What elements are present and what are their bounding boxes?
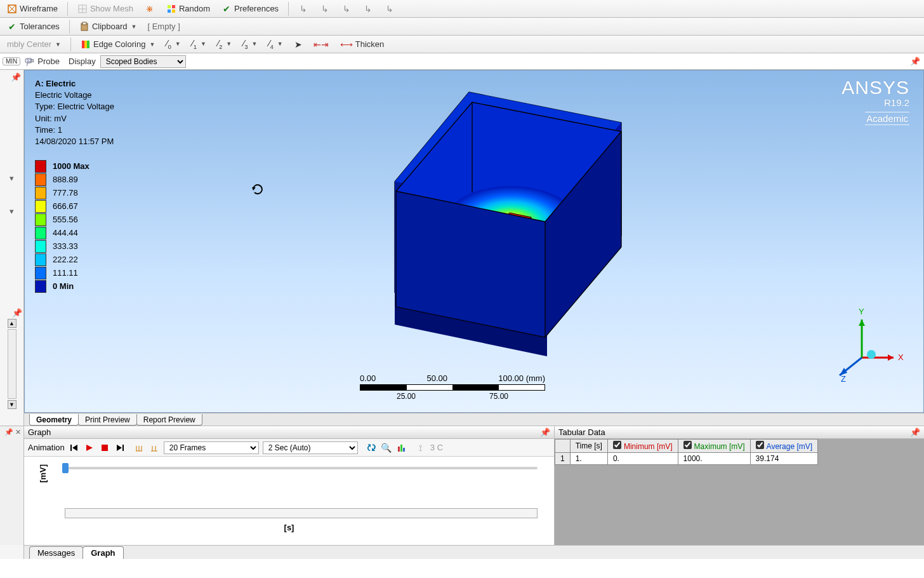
- palette-button[interactable]: ⛯: [140, 2, 159, 16]
- anim-zoom-icon[interactable]: 🔍: [381, 442, 392, 454]
- col-max[interactable]: Maximum [mV]: [678, 440, 750, 453]
- tab-graph[interactable]: Graph: [82, 546, 123, 559]
- preferences-icon: ✔: [221, 4, 232, 14]
- pin-icon[interactable]: 📌: [0, 70, 23, 82]
- clipboard-button[interactable]: Clipboard ▼: [75, 20, 142, 34]
- thicken-button[interactable]: ⟷ Thicken: [336, 37, 389, 51]
- legend-label: 1000 Max: [53, 161, 89, 171]
- graph-hscroll[interactable]: [65, 508, 538, 518]
- axis-icon: ↳: [298, 4, 308, 14]
- tabular-body[interactable]: Time [s] Minimum [mV] Maximum [mV] Avera…: [555, 439, 924, 545]
- pin-icon[interactable]: 📌: [910, 427, 920, 437]
- viewport-3d[interactable]: A: Electric Electric Voltage Type: Elect…: [24, 70, 924, 413]
- scroll-track[interactable]: [8, 329, 16, 399]
- svg-rect-65: [400, 445, 402, 452]
- svg-rect-66: [403, 448, 405, 452]
- edge-opt-4[interactable]: ∕4▼: [264, 37, 287, 52]
- tab-geometry[interactable]: Geometry: [29, 414, 79, 426]
- cell-avg[interactable]: 39.174: [750, 453, 817, 465]
- probe-icon: 123: [25, 57, 35, 67]
- tab-print-preview[interactable]: Print Preview: [78, 414, 137, 426]
- left-rail-scroll[interactable]: ▲ ▼: [0, 319, 23, 409]
- anim-cycle-icon[interactable]: 🗘: [366, 442, 377, 454]
- graph-slider-thumb[interactable]: [62, 463, 69, 473]
- svg-text:X: X: [898, 353, 903, 362]
- chevron-down-icon[interactable]: ▾: [0, 171, 23, 185]
- pin-icon[interactable]: 📌: [540, 427, 550, 437]
- preferences-button[interactable]: ✔ Preferences: [217, 2, 283, 16]
- edge-coloring-button[interactable]: Edge Coloring ▼: [76, 37, 159, 51]
- show-mesh-button[interactable]: Show Mesh: [73, 2, 138, 16]
- anim-distribute2-icon[interactable]: [148, 442, 160, 454]
- min-button[interactable]: MIN: [3, 57, 20, 65]
- pin-icon[interactable]: 📌 ✕: [4, 428, 21, 436]
- anim-first-button[interactable]: [69, 442, 80, 454]
- edge-coloring-label: Edge Coloring: [93, 39, 145, 49]
- graph-slider-track[interactable]: [65, 467, 538, 469]
- graph-body[interactable]: [mV] [s]: [24, 457, 554, 545]
- result-time: Time: 1: [35, 124, 114, 136]
- scroll-down[interactable]: ▼: [8, 400, 16, 409]
- random-button[interactable]: Random: [162, 2, 214, 16]
- viewport-info: A: Electric Electric Voltage Type: Elect…: [35, 78, 114, 147]
- col-min-check[interactable]: [613, 441, 621, 449]
- graph-title: Graph: [28, 427, 51, 437]
- anim-stop-button[interactable]: [99, 442, 110, 454]
- orientation-triad[interactable]: X Y Z: [827, 307, 903, 383]
- chevron-down-icon[interactable]: ▾: [0, 204, 23, 218]
- anim-distribute-icon[interactable]: [133, 442, 145, 454]
- table-row[interactable]: 1 1. 0. 1000. 39.174: [555, 453, 818, 465]
- wireframe-button[interactable]: Wireframe: [3, 2, 62, 16]
- cell-time[interactable]: 1.: [570, 453, 607, 465]
- line-icon: ∕4: [268, 39, 273, 50]
- coord-5[interactable]: ↳: [380, 2, 399, 16]
- display-label-btn: Display: [64, 55, 100, 68]
- coord-2[interactable]: ↳: [315, 2, 334, 16]
- legend-label: 444.44: [53, 228, 78, 238]
- edge-opt-0[interactable]: ∕0▼: [162, 37, 185, 52]
- coord-1[interactable]: ↳: [294, 2, 313, 16]
- edge-opt-1[interactable]: ∕1▼: [188, 37, 211, 52]
- anim-bars-icon[interactable]: [396, 442, 407, 454]
- assembly-center-select[interactable]: mbly Center ▼: [3, 37, 65, 51]
- edge-opt-3[interactable]: ∕3▼: [239, 37, 261, 52]
- svg-rect-14: [87, 41, 89, 48]
- edge-opt-2[interactable]: ∕2▼: [213, 37, 236, 52]
- legend-label: 888.89: [53, 175, 78, 184]
- coord-3[interactable]: ↳: [337, 2, 356, 16]
- pin-button[interactable]: 📌: [910, 57, 920, 66]
- axis-icon: ↳: [320, 4, 330, 14]
- brand-version: R19.2: [842, 97, 909, 108]
- anim-ruler-icon[interactable]: ⟟: [415, 442, 426, 454]
- tabular-pane: Tabular Data 📌 Time [s] Minimum [mV] Max…: [555, 426, 924, 545]
- scroll-up[interactable]: ▲: [8, 319, 16, 328]
- tolerances-button[interactable]: ✔ Tolerances: [3, 20, 64, 34]
- duration-select[interactable]: 2 Sec (Auto): [263, 441, 358, 454]
- display-scope-select[interactable]: Scoped Bodies: [100, 55, 186, 68]
- scale-tick: 100.00 (mm): [498, 373, 545, 383]
- col-time[interactable]: Time [s]: [570, 440, 607, 453]
- svg-rect-6: [168, 5, 171, 8]
- col-max-check[interactable]: [683, 441, 692, 449]
- col-avg-check[interactable]: [756, 441, 764, 449]
- coord-4[interactable]: ↳: [359, 2, 378, 16]
- cell-max[interactable]: 1000.: [678, 453, 750, 465]
- brand-edition: Academic: [865, 112, 909, 125]
- legend-label: 555.56: [53, 215, 78, 224]
- anim-play-button[interactable]: [84, 442, 95, 454]
- anim-last-button[interactable]: [114, 442, 126, 454]
- col-min[interactable]: Minimum [mV]: [607, 440, 678, 453]
- probe-button[interactable]: 123 Probe: [20, 55, 64, 69]
- anim-3c-label: 3 C: [430, 443, 443, 452]
- cell-min[interactable]: 0.: [607, 453, 678, 465]
- svg-rect-9: [172, 10, 175, 13]
- col-avg[interactable]: Average [mV]: [750, 440, 817, 453]
- width-min[interactable]: ⇤⇥: [309, 38, 333, 51]
- scale-subtick: 75.00: [489, 392, 508, 401]
- frames-select[interactable]: 20 Frames: [164, 441, 259, 454]
- animation-label: Animation: [28, 443, 65, 452]
- tab-report-preview[interactable]: Report Preview: [136, 414, 202, 426]
- pin-icon[interactable]: 📌: [0, 307, 23, 319]
- cursor-pointer[interactable]: ➤: [290, 38, 307, 51]
- tab-messages[interactable]: Messages: [29, 546, 83, 559]
